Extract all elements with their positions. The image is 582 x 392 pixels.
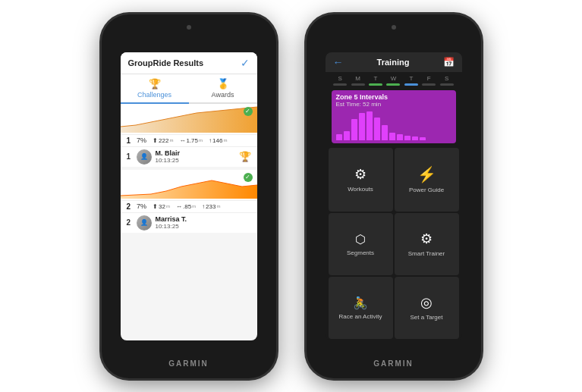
- day-line-mon: [351, 83, 365, 86]
- training-power-guide[interactable]: ⚡ Power Guide: [395, 148, 459, 212]
- day-thu: T: [404, 75, 418, 86]
- training-race-activity[interactable]: 🚴 Race an Activity: [329, 277, 393, 339]
- stat-climb: ↑ 146 m: [209, 137, 227, 144]
- day-wed: W: [386, 75, 400, 86]
- rank-2-check: ✓: [244, 173, 253, 182]
- day-sun: S: [333, 75, 347, 86]
- rank-1-avatar: 👤: [137, 149, 152, 165]
- smart-trainer-icon: ⚙: [420, 230, 433, 247]
- right-brand-label: GARMIN: [373, 359, 414, 368]
- training-workouts[interactable]: ⚙ Workouts: [329, 148, 393, 212]
- wbar-3: [351, 119, 357, 140]
- day-fri: F: [422, 75, 436, 86]
- rank-1-rider-info: M. Blair 10:13:25: [156, 149, 235, 164]
- awards-icon: 🥇: [217, 78, 229, 89]
- tabs-row: 🏆 Challenges 🥇 Awards: [121, 74, 257, 104]
- rank-2-rider-info: Marrisa T. 10:13:25: [156, 215, 251, 230]
- training-segments[interactable]: ⬡ Segments: [329, 213, 393, 275]
- wbar-8: [389, 133, 395, 140]
- rank-2-section: ✓ 2 7% ⬆ 32 m ↔ .85 m ↑ 233 m: [121, 170, 257, 233]
- left-device: GroupRide Results ✓ 🏆 Challenges 🥇 Award…: [102, 14, 276, 378]
- wbar-9: [397, 134, 403, 140]
- rank2-stat3-val: 233: [206, 203, 215, 210]
- wbar-1: [336, 134, 342, 140]
- right-header: ← Training 📅: [326, 52, 462, 72]
- left-brand-label: GARMIN: [168, 359, 209, 368]
- right-screen-inner: ← Training 📅 S M T W: [326, 52, 462, 340]
- rank1-stat1-unit: m: [169, 138, 173, 143]
- screen-title: GroupRide Results: [128, 58, 204, 67]
- segments-icon: ⬡: [355, 232, 366, 246]
- rank-2-time: 10:13:25: [156, 223, 251, 230]
- day-line-fri: [422, 83, 436, 86]
- rank-2-chart: ✓: [121, 170, 257, 200]
- wbar-5: [367, 111, 373, 140]
- training-smart-trainer[interactable]: ⚙ Smart Trainer: [395, 213, 459, 275]
- left-screen-header: GroupRide Results ✓: [121, 52, 257, 74]
- wbar-2: [344, 131, 350, 140]
- race-activity-label: Race an Activity: [339, 313, 382, 320]
- rank-2-number: 2: [127, 202, 131, 211]
- power-guide-icon: ⚡: [417, 165, 436, 183]
- trophy-icon: 🏆: [239, 151, 251, 162]
- wbar-4: [359, 113, 365, 140]
- rank-1-name: M. Blair: [156, 149, 235, 157]
- rank2-stat2-val: .85: [183, 203, 191, 210]
- left-screen: GroupRide Results ✓ 🏆 Challenges 🥇 Award…: [121, 52, 257, 340]
- calendar-icon[interactable]: 📅: [443, 57, 455, 67]
- workout-chart: [336, 110, 451, 140]
- tab-challenges[interactable]: 🏆 Challenges: [121, 74, 189, 104]
- wbar-12: [420, 137, 426, 140]
- rank-1-check: ✓: [244, 107, 253, 116]
- rank-2-avatar: 👤: [137, 215, 152, 230]
- stat-distance: ↔ 1.75 m: [179, 137, 203, 144]
- stat-elevation: ⬆ 222 m: [153, 137, 173, 144]
- svg-marker-0: [121, 107, 257, 133]
- check-icon[interactable]: ✓: [241, 57, 250, 69]
- workout-card[interactable]: Zone 5 Intervals Est Time: 52 min: [332, 90, 456, 143]
- power-guide-label: Power Guide: [409, 187, 444, 193]
- wbar-11: [412, 136, 418, 140]
- day-line-tue: [369, 83, 382, 86]
- right-screen: ← Training 📅 S M T W: [326, 52, 462, 340]
- rank-1-rider: 1 👤 M. Blair 10:13:25 🏆: [121, 146, 257, 167]
- smart-trainer-label: Smart Trainer: [408, 250, 445, 257]
- day-line-sun: [333, 83, 347, 86]
- workouts-label: Workouts: [348, 186, 373, 193]
- rank1-stat2-val: 1.75: [186, 137, 198, 144]
- workouts-icon: ⚙: [354, 166, 367, 183]
- wbar-7: [382, 125, 388, 140]
- workout-subtitle: Est Time: 52 min: [336, 101, 451, 108]
- rank-1-number: 1: [127, 136, 131, 145]
- rank2-stat1-val: 32: [159, 203, 165, 210]
- training-set-target[interactable]: ◎ Set a Target: [395, 277, 459, 339]
- rank1-stat1-val: 222: [159, 137, 168, 144]
- right-screen-title: Training: [377, 58, 410, 67]
- day-line-sat: [440, 83, 454, 86]
- right-device: ← Training 📅 S M T W: [307, 14, 481, 378]
- set-target-icon: ◎: [420, 294, 433, 311]
- tab-awards[interactable]: 🥇 Awards: [189, 74, 257, 102]
- race-activity-icon: 🚴: [353, 296, 368, 310]
- day-sat: S: [440, 75, 454, 86]
- rank2-stat1: ⬆ 32 m: [153, 203, 170, 210]
- rank-2-percent: 7%: [137, 202, 146, 210]
- training-grid: ⚙ Workouts ⚡ Power Guide ⬡ Segments ⚙ Sm…: [326, 146, 462, 340]
- day-mon: M: [351, 75, 365, 86]
- day-line-thu: [404, 83, 418, 86]
- wbar-10: [404, 136, 411, 140]
- rank-1-chart: ✓: [121, 104, 257, 134]
- day-tue: T: [369, 75, 382, 86]
- day-line-wed: [386, 83, 400, 86]
- rank-1-section: ✓ 1 7% ⬆ 222 m ↔ 1.75 m ↑ 146 m: [121, 104, 257, 167]
- rank2-stat3: ↑ 233 m: [202, 203, 220, 210]
- back-arrow-icon[interactable]: ←: [333, 56, 344, 68]
- rank-2-name: Marrisa T.: [156, 215, 251, 223]
- rank-2-rider: 2 👤 Marrisa T. 10:13:25: [121, 212, 257, 233]
- challenges-icon: 🏆: [149, 78, 161, 89]
- set-target-label: Set a Target: [411, 314, 443, 321]
- rank-1-percent: 7%: [137, 136, 146, 144]
- tab-challenges-label: Challenges: [137, 91, 171, 99]
- rank-2-info: 2 7% ⬆ 32 m ↔ .85 m ↑ 233 m: [121, 200, 257, 212]
- week-row: S M T W T: [326, 72, 462, 86]
